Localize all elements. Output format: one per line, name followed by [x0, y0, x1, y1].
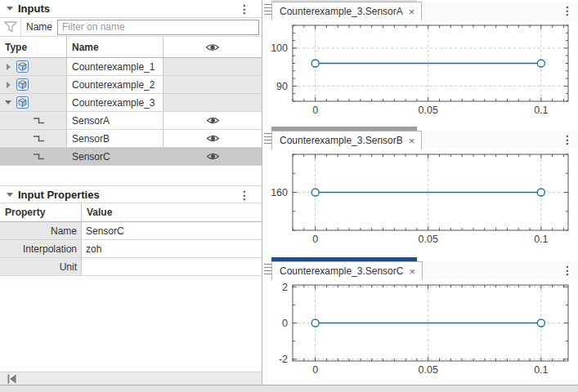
- filter-button[interactable]: [0, 18, 21, 37]
- x-tick-label: 0: [312, 105, 318, 116]
- x-tick-label: 0.05: [419, 234, 438, 245]
- bus-cube-icon: [16, 78, 29, 91]
- x-tick-label: 0.05: [419, 364, 438, 376]
- figure-kebab-icon[interactable]: ⋮: [562, 4, 573, 17]
- data-point-marker[interactable]: [311, 319, 319, 327]
- chart-panels-area: Counterexample_3.SensorA×⋮00.050.190100C…: [262, 0, 578, 385]
- close-tab-icon[interactable]: ×: [409, 136, 415, 146]
- property-name: Interpolation: [0, 240, 82, 257]
- input-name-cell[interactable]: SensorA: [67, 112, 164, 129]
- input-properties-title: Input Properties: [18, 189, 100, 201]
- visibility-cell[interactable]: [164, 130, 262, 147]
- figure-tab-bar: Counterexample_3.SensorA×⋮: [262, 2, 578, 20]
- chart-svg: 00.050.1-202: [262, 280, 578, 385]
- inputs-title: Inputs: [18, 2, 50, 15]
- collapsed-arrow-icon[interactable]: [7, 82, 11, 88]
- figure-kebab-icon[interactable]: ⋮: [562, 133, 573, 146]
- panel-grip-icon[interactable]: [264, 264, 271, 274]
- name-column-header: Name: [67, 37, 164, 57]
- skip-to-start-icon[interactable]: [7, 374, 17, 384]
- input-row-SensorA[interactable]: SensorA: [0, 112, 262, 130]
- plot-area[interactable]: 00.050.1-202: [262, 280, 578, 385]
- visibility-cell[interactable]: [164, 76, 262, 93]
- figure-tab-Counterexample_3.SensorA[interactable]: Counterexample_3.SensorA×: [271, 2, 422, 20]
- property-name: Unit: [0, 258, 82, 275]
- x-tick-label: 0.1: [534, 234, 548, 245]
- data-point-marker[interactable]: [537, 189, 544, 196]
- expanded-arrow-icon[interactable]: [5, 100, 11, 105]
- filter-input[interactable]: [57, 20, 259, 35]
- signal-step-icon: [33, 116, 45, 125]
- property-row-Unit: Unit: [0, 258, 262, 276]
- properties-table-header: Property Value: [0, 203, 262, 222]
- collapse-section-icon[interactable]: [7, 7, 13, 11]
- figure-tab-label: Counterexample_3.SensorC: [280, 265, 403, 277]
- figure-tab-bar: Counterexample_3.SensorB×⋮: [262, 131, 578, 149]
- signal-step-icon: [33, 152, 45, 161]
- chart-svg: 00.050.190100: [262, 20, 578, 125]
- bottom-cutoff-strip: [0, 385, 578, 392]
- input-name-cell[interactable]: Counterexample_2: [67, 76, 164, 93]
- property-column-header: Property: [0, 203, 82, 221]
- visibility-cell[interactable]: [164, 112, 262, 129]
- filter-label: Name: [26, 21, 52, 33]
- figure-tab-Counterexample_3.SensorB[interactable]: Counterexample_3.SensorB×: [271, 131, 422, 149]
- input-row-Counterexample_2[interactable]: Counterexample_2: [0, 76, 262, 94]
- close-tab-icon[interactable]: ×: [409, 7, 415, 17]
- properties-kebab-icon[interactable]: ⋮: [239, 187, 250, 203]
- input-row-SensorC[interactable]: SensorC: [0, 148, 262, 166]
- eye-icon[interactable]: [206, 134, 220, 143]
- figure-panel-Counterexample_3.SensorB: Counterexample_3.SensorB×⋮00.050.1160: [262, 127, 578, 256]
- collapse-section-icon[interactable]: [7, 193, 13, 197]
- funnel-icon: [4, 21, 17, 33]
- property-value[interactable]: SensorC: [82, 222, 262, 239]
- property-value[interactable]: zoh: [82, 240, 262, 257]
- inputs-table-body: Counterexample_1Counterexample_2Countere…: [0, 58, 262, 166]
- eye-icon[interactable]: [206, 116, 220, 125]
- visibility-cell[interactable]: [164, 58, 262, 75]
- figure-tab-label: Counterexample_3.SensorA: [280, 6, 403, 17]
- input-properties-section-header: Input Properties ⋮: [0, 185, 262, 203]
- data-point-marker[interactable]: [311, 189, 319, 196]
- input-name-cell[interactable]: Counterexample_3: [67, 94, 164, 111]
- y-tick-label: 0: [282, 318, 288, 329]
- signal-step-icon: [33, 134, 45, 143]
- chart-svg: 00.050.1160: [262, 149, 578, 256]
- data-point-marker[interactable]: [537, 60, 544, 67]
- property-value[interactable]: [82, 258, 262, 275]
- input-name-cell[interactable]: Counterexample_1: [67, 58, 164, 75]
- figure-kebab-icon[interactable]: ⋮: [562, 264, 573, 277]
- input-name-cell[interactable]: SensorB: [67, 130, 164, 147]
- horizontal-scrollbar[interactable]: [0, 372, 262, 385]
- input-row-Counterexample_1[interactable]: Counterexample_1: [0, 58, 262, 76]
- eye-icon: [205, 42, 220, 52]
- data-point-marker[interactable]: [311, 60, 319, 67]
- visibility-cell[interactable]: [164, 94, 262, 111]
- property-name: Name: [0, 222, 82, 239]
- inputs-panel: Inputs ⋮ Name Type Name Counterexample_1: [0, 0, 262, 385]
- data-point-marker[interactable]: [537, 319, 544, 327]
- value-column-header: Value: [82, 203, 262, 221]
- inputs-section-header: Inputs ⋮: [0, 0, 262, 18]
- panel-grip-icon[interactable]: [264, 133, 271, 144]
- inputs-kebab-icon[interactable]: ⋮: [239, 1, 250, 17]
- property-row-Interpolation: Interpolationzoh: [0, 240, 262, 258]
- visibility-cell[interactable]: [164, 148, 262, 165]
- close-tab-icon[interactable]: ×: [409, 266, 415, 277]
- plot-area[interactable]: 00.050.190100: [262, 20, 578, 125]
- figure-tab-Counterexample_3.SensorC[interactable]: Counterexample_3.SensorC×: [271, 261, 423, 280]
- y-tick-label: 100: [271, 42, 288, 54]
- plot-area[interactable]: 00.050.1160: [262, 149, 578, 256]
- y-tick-label: 2: [282, 282, 288, 293]
- x-tick-label: 0.1: [534, 364, 548, 376]
- eye-icon[interactable]: [206, 152, 220, 161]
- x-tick-label: 0: [312, 234, 318, 245]
- panel-grip-icon[interactable]: [264, 4, 271, 15]
- bus-cube-icon: [16, 60, 29, 73]
- input-name-cell[interactable]: SensorC: [67, 148, 164, 165]
- input-row-Counterexample_3[interactable]: Counterexample_3: [0, 94, 262, 112]
- figure-tab-label: Counterexample_3.SensorB: [280, 135, 403, 146]
- y-tick-label: 90: [276, 81, 288, 92]
- collapsed-arrow-icon[interactable]: [7, 64, 11, 70]
- input-row-SensorB[interactable]: SensorB: [0, 130, 262, 148]
